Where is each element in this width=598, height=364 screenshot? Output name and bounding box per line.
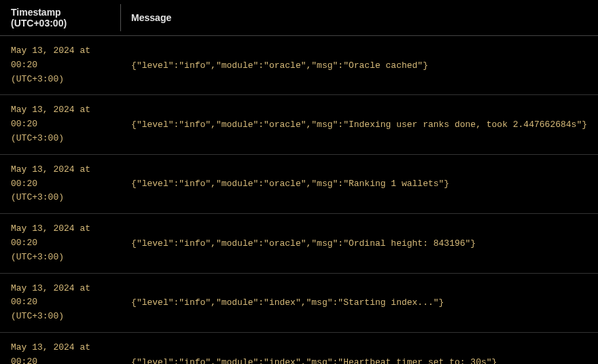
message-cell: {"level":"info","module":"oracle","msg":… xyxy=(120,36,598,95)
table-row[interactable]: May 13, 2024 at 00:20(UTC+3:00){"level":… xyxy=(0,332,598,364)
message-column-header[interactable]: Message xyxy=(120,0,598,36)
message-cell: {"level":"info","module":"oracle","msg":… xyxy=(120,214,598,273)
message-cell: {"level":"info","module":"oracle","msg":… xyxy=(120,154,598,213)
timestamp-tz: (UTC+3:00) xyxy=(11,132,109,146)
table-row[interactable]: May 13, 2024 at 00:20(UTC+3:00){"level":… xyxy=(0,154,598,213)
timestamp-date: May 13, 2024 at 00:20 xyxy=(11,222,109,251)
timestamp-cell: May 13, 2024 at 00:20(UTC+3:00) xyxy=(0,332,120,364)
message-cell: {"level":"info","module":"oracle","msg":… xyxy=(120,95,598,154)
timestamp-cell: May 13, 2024 at 00:20(UTC+3:00) xyxy=(0,36,120,95)
timestamp-date: May 13, 2024 at 00:20 xyxy=(11,44,109,73)
log-table-body: May 13, 2024 at 00:20(UTC+3:00){"level":… xyxy=(0,36,598,365)
timestamp-tz: (UTC+3:00) xyxy=(11,73,109,87)
timestamp-cell: May 13, 2024 at 00:20(UTC+3:00) xyxy=(0,95,120,154)
timestamp-cell: May 13, 2024 at 00:20(UTC+3:00) xyxy=(0,154,120,213)
table-row[interactable]: May 13, 2024 at 00:20(UTC+3:00){"level":… xyxy=(0,36,598,95)
table-header-row: Timestamp (UTC+03:00) Message xyxy=(0,0,598,36)
timestamp-date: May 13, 2024 at 00:20 xyxy=(11,341,109,364)
timestamp-tz: (UTC+3:00) xyxy=(11,310,109,324)
timestamp-tz: (UTC+3:00) xyxy=(11,251,109,265)
timestamp-cell: May 13, 2024 at 00:20(UTC+3:00) xyxy=(0,273,120,332)
table-row[interactable]: May 13, 2024 at 00:20(UTC+3:00){"level":… xyxy=(0,95,598,154)
timestamp-cell: May 13, 2024 at 00:20(UTC+3:00) xyxy=(0,214,120,273)
timestamp-date: May 13, 2024 at 00:20 xyxy=(11,103,109,132)
timestamp-tz: (UTC+3:00) xyxy=(11,191,109,205)
log-table: Timestamp (UTC+03:00) Message May 13, 20… xyxy=(0,0,598,364)
table-row[interactable]: May 13, 2024 at 00:20(UTC+3:00){"level":… xyxy=(0,273,598,332)
timestamp-date: May 13, 2024 at 00:20 xyxy=(11,163,109,192)
message-cell: {"level":"info","module":"index","msg":"… xyxy=(120,332,598,364)
timestamp-date: May 13, 2024 at 00:20 xyxy=(11,282,109,310)
timestamp-column-header[interactable]: Timestamp (UTC+03:00) xyxy=(0,0,120,36)
message-cell: {"level":"info","module":"index","msg":"… xyxy=(120,273,598,332)
table-row[interactable]: May 13, 2024 at 00:20(UTC+3:00){"level":… xyxy=(0,214,598,273)
